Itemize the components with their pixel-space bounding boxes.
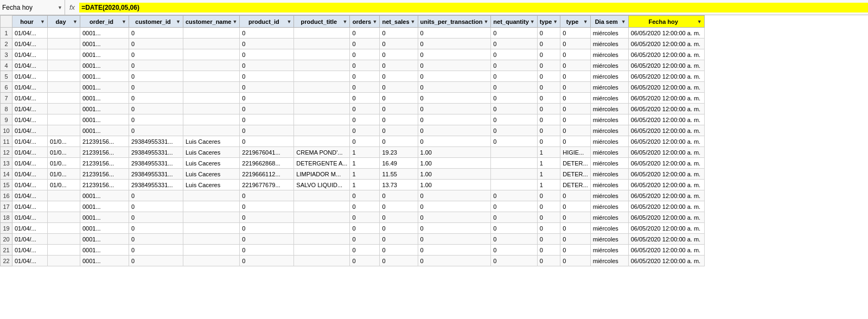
cell-type2[interactable]: 0 bbox=[560, 39, 590, 49]
cell-product_id[interactable]: 0 bbox=[240, 201, 294, 212]
cell-customer_id[interactable]: 0 bbox=[129, 49, 183, 60]
cell-product_title[interactable] bbox=[294, 201, 350, 212]
cell-dia_sem[interactable]: miércoles bbox=[590, 104, 628, 114]
cell-product_title[interactable] bbox=[294, 212, 350, 223]
cell-product_id[interactable]: 0 bbox=[240, 104, 294, 114]
cell-order_id[interactable]: 0001... bbox=[80, 104, 129, 114]
cell-product_title[interactable] bbox=[294, 223, 350, 234]
cell-net_sales[interactable]: 0 bbox=[380, 60, 418, 71]
cell-day[interactable] bbox=[48, 39, 80, 49]
cell-units_per_transaction[interactable]: 0 bbox=[418, 245, 491, 256]
cell-product_title[interactable] bbox=[294, 256, 350, 266]
cell-net_sales[interactable]: 0 bbox=[380, 82, 418, 93]
cell-net_quantity[interactable]: 0 bbox=[491, 223, 537, 234]
col-header-units_per_transaction[interactable]: units_per_transaction ▼ bbox=[418, 16, 491, 28]
cell-fecha_hoy[interactable]: 06/05/2020 12:00:00 a. m. bbox=[628, 212, 704, 223]
cell-units_per_transaction[interactable]: 0 bbox=[418, 212, 491, 223]
cell-product_title[interactable]: DETERGENTE A... bbox=[294, 158, 350, 169]
cell-dia_sem[interactable]: miércoles bbox=[590, 147, 628, 158]
cell-product_id[interactable]: 0 bbox=[240, 256, 294, 266]
cell-type2[interactable]: DETER... bbox=[560, 169, 590, 180]
cell-net_sales[interactable]: 0 bbox=[380, 212, 418, 223]
cell-fecha_hoy[interactable]: 06/05/2020 12:00:00 a. m. bbox=[628, 158, 704, 169]
cell-hour[interactable]: 01/04/... bbox=[12, 212, 48, 223]
cell-type2[interactable]: 0 bbox=[560, 28, 590, 39]
cell-product_id[interactable]: 0 bbox=[240, 71, 294, 82]
cell-net_sales[interactable]: 0 bbox=[380, 114, 418, 125]
col-header-product_title[interactable]: product_title ▼ bbox=[294, 16, 350, 28]
cell-hour[interactable]: 01/04/... bbox=[12, 39, 48, 49]
cell-hour[interactable]: 01/04/... bbox=[12, 201, 48, 212]
cell-day[interactable] bbox=[48, 60, 80, 71]
cell-net_quantity[interactable] bbox=[491, 147, 537, 158]
cell-dia_sem[interactable]: miércoles bbox=[590, 223, 628, 234]
cell-product_id[interactable]: 2219662868... bbox=[240, 158, 294, 169]
cell-order_id[interactable]: 21239156... bbox=[80, 136, 129, 147]
cell-orders[interactable]: 0 bbox=[350, 125, 380, 136]
cell-day[interactable]: 01/0... bbox=[48, 147, 80, 158]
cell-type1[interactable]: 0 bbox=[537, 201, 560, 212]
cell-type2[interactable]: 0 bbox=[560, 93, 590, 104]
cell-hour[interactable]: 01/04/... bbox=[12, 125, 48, 136]
cell-net_quantity[interactable]: 0 bbox=[491, 93, 537, 104]
cell-units_per_transaction[interactable]: 0 bbox=[418, 114, 491, 125]
cell-customer_name[interactable] bbox=[183, 223, 240, 234]
cell-type2[interactable]: DETER... bbox=[560, 158, 590, 169]
cell-net_sales[interactable]: 0 bbox=[380, 234, 418, 245]
cell-net_quantity[interactable]: 0 bbox=[491, 28, 537, 39]
cell-units_per_transaction[interactable]: 0 bbox=[418, 223, 491, 234]
cell-order_id[interactable]: 21239156... bbox=[80, 158, 129, 169]
cell-type1[interactable]: 0 bbox=[537, 60, 560, 71]
cell-product_id[interactable]: 2219677679... bbox=[240, 180, 294, 190]
cell-type1[interactable]: 0 bbox=[537, 234, 560, 245]
cell-type1[interactable]: 0 bbox=[537, 71, 560, 82]
col-header-hour[interactable]: hour ▼ bbox=[12, 16, 48, 28]
cell-order_id[interactable]: 0001... bbox=[80, 28, 129, 39]
col-header-type[interactable]: type ▼ bbox=[537, 16, 560, 28]
cell-net_quantity[interactable] bbox=[491, 169, 537, 180]
cell-orders[interactable]: 0 bbox=[350, 82, 380, 93]
col-header-net_sales[interactable]: net_sales ▼ bbox=[380, 16, 418, 28]
cell-dia_sem[interactable]: miércoles bbox=[590, 212, 628, 223]
cell-dia_sem[interactable]: miércoles bbox=[590, 234, 628, 245]
col-header-day[interactable]: day ▼ bbox=[48, 16, 80, 28]
cell-fecha_hoy[interactable]: 06/05/2020 12:00:00 a. m. bbox=[628, 60, 704, 71]
cell-net_sales[interactable]: 0 bbox=[380, 93, 418, 104]
cell-order_id[interactable]: 0001... bbox=[80, 82, 129, 93]
cell-orders[interactable]: 0 bbox=[350, 136, 380, 147]
cell-hour[interactable]: 01/04/... bbox=[12, 256, 48, 266]
col-header-dia_sem[interactable]: Dia sem ▼ bbox=[590, 16, 628, 28]
cell-order_id[interactable]: 0001... bbox=[80, 114, 129, 125]
cell-day[interactable] bbox=[48, 256, 80, 266]
cell-hour[interactable]: 01/04/... bbox=[12, 71, 48, 82]
cell-type1[interactable]: 0 bbox=[537, 28, 560, 39]
cell-type2[interactable]: 0 bbox=[560, 190, 590, 201]
cell-customer_name[interactable] bbox=[183, 28, 240, 39]
cell-type2[interactable]: 0 bbox=[560, 212, 590, 223]
cell-fecha_hoy[interactable]: 06/05/2020 12:00:00 a. m. bbox=[628, 71, 704, 82]
cell-customer_name[interactable] bbox=[183, 49, 240, 60]
cell-product_id[interactable]: 2219666112... bbox=[240, 169, 294, 180]
cell-hour[interactable]: 01/04/... bbox=[12, 190, 48, 201]
cell-fecha_hoy[interactable]: 06/05/2020 12:00:00 a. m. bbox=[628, 180, 704, 190]
cell-customer_id[interactable]: 29384955331... bbox=[129, 136, 183, 147]
cell-type1[interactable]: 0 bbox=[537, 256, 560, 266]
cell-product_id[interactable]: 0 bbox=[240, 39, 294, 49]
cell-type2[interactable]: 0 bbox=[560, 114, 590, 125]
cell-type1[interactable]: 0 bbox=[537, 190, 560, 201]
cell-order_id[interactable]: 21239156... bbox=[80, 169, 129, 180]
cell-orders[interactable]: 1 bbox=[350, 147, 380, 158]
name-box[interactable]: Fecha hoy ▼ bbox=[0, 0, 65, 15]
cell-units_per_transaction[interactable]: 1.00 bbox=[418, 169, 491, 180]
cell-product_title[interactable]: SALVO LIQUID... bbox=[294, 180, 350, 190]
cell-order_id[interactable]: 0001... bbox=[80, 234, 129, 245]
cell-order_id[interactable]: 0001... bbox=[80, 49, 129, 60]
filter-arrow-customer_id[interactable]: ▼ bbox=[176, 19, 181, 24]
cell-orders[interactable]: 0 bbox=[350, 223, 380, 234]
cell-dia_sem[interactable]: miércoles bbox=[590, 71, 628, 82]
cell-dia_sem[interactable]: miércoles bbox=[590, 82, 628, 93]
cell-product_title[interactable] bbox=[294, 136, 350, 147]
cell-orders[interactable]: 1 bbox=[350, 169, 380, 180]
cell-type2[interactable]: 0 bbox=[560, 71, 590, 82]
cell-net_quantity[interactable]: 0 bbox=[491, 114, 537, 125]
